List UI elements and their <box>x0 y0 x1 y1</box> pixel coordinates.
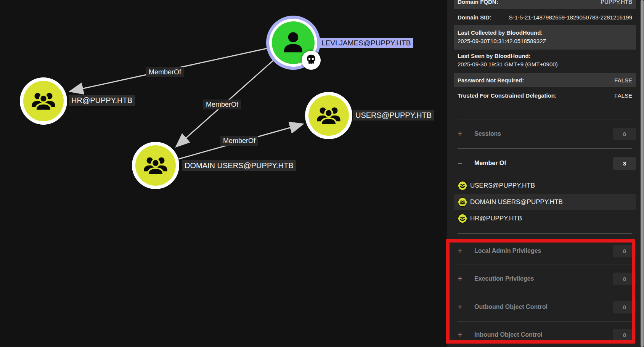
attr-value: 2025-09-30 19:31 GMT+9 (GMT+0900) <box>458 60 632 69</box>
attr-value: S-1-5-21-1487982659-1829050783-228121619… <box>509 14 632 21</box>
section-count-badge: 0 <box>613 329 636 341</box>
section-label: Sessions <box>474 130 501 137</box>
attr-label: Domain FQDN: <box>458 0 498 5</box>
attr-row-domain-sid: Domain SID: S-1-5-21-1487982659-18290507… <box>454 9 636 25</box>
divider <box>458 233 632 234</box>
entity-info-panel: Domain FQDN: PUPPY.HTB Domain SID: S-1-5… <box>447 0 644 347</box>
section-count-badge: 0 <box>613 301 636 313</box>
member-item-label: HR@PUPPY.HTB <box>470 215 522 222</box>
section-label: Inbound Object Control <box>474 331 543 338</box>
divider <box>458 293 632 293</box>
section-count-badge: 0 <box>613 273 636 285</box>
divider <box>458 265 632 265</box>
group-icon <box>316 102 342 129</box>
node-group-hr[interactable] <box>20 77 67 125</box>
divider <box>458 148 632 149</box>
plus-icon[interactable]: + <box>458 129 465 139</box>
section-inbound-object-control[interactable]: + Inbound Object Control 0 <box>454 327 636 343</box>
attr-label: Domain SID: <box>458 14 491 21</box>
group-icon <box>458 214 467 223</box>
section-sessions[interactable]: + Sessions 0 <box>454 126 636 142</box>
member-of-item-users[interactable]: USERS@PUPPY.HTB <box>454 177 636 194</box>
section-label: Local Admin Privileges <box>474 247 541 254</box>
graph-canvas[interactable]: MemberOf MemberOf MemberOf <box>0 0 447 347</box>
group-icon <box>458 198 467 206</box>
edge-label-memberof-2[interactable]: MemberOf <box>203 100 241 109</box>
section-label: Member Of <box>474 160 506 167</box>
section-count-badge: 3 <box>613 157 636 170</box>
section-local-admin-privileges[interactable]: + Local Admin Privileges 0 <box>454 243 636 259</box>
member-item-label: DOMAIN USERS@PUPPY.HTB <box>470 198 563 206</box>
attr-value: FALSE <box>614 77 632 84</box>
graph-edges <box>0 0 447 347</box>
minus-icon[interactable]: − <box>458 158 465 168</box>
edge-label-memberof-3[interactable]: MemberOf <box>220 136 258 146</box>
attr-row-trusted-delegation: Trusted For Constrained Delegation: FALS… <box>454 88 636 102</box>
node-label-users[interactable]: USERS@PUPPY.HTB <box>353 110 434 120</box>
section-count-badge: 0 <box>613 245 636 257</box>
divider <box>458 119 632 119</box>
group-icon <box>458 182 467 190</box>
attr-row-domain-fqdn: Domain FQDN: PUPPY.HTB <box>454 0 636 9</box>
plus-icon[interactable]: + <box>458 246 465 256</box>
skull-icon <box>305 53 317 67</box>
attr-label: Last Collected by BloodHound: <box>458 29 632 37</box>
bloodhound-app: MemberOf MemberOf MemberOf <box>0 0 644 347</box>
attr-label: Trusted For Constrained Delegation: <box>458 92 557 99</box>
member-item-label: USERS@PUPPY.HTB <box>470 182 535 190</box>
group-icon <box>143 152 169 179</box>
node-group-domain-users[interactable] <box>132 142 179 189</box>
node-label-levi-james[interactable]: LEVI.JAMES@PUPPY.HTB <box>319 38 413 48</box>
attr-label: Password Not Required: <box>458 77 524 84</box>
member-of-item-hr[interactable]: HR@PUPPY.HTB <box>454 210 636 227</box>
user-icon <box>279 28 307 58</box>
node-label-hr[interactable]: HR@PUPPY.HTB <box>69 95 135 106</box>
attr-value: PUPPY.HTB <box>601 0 632 5</box>
section-label: Outbound Object Control <box>474 304 548 310</box>
attr-row-last-collected: Last Collected by BloodHound: 2025-09-30… <box>454 25 636 50</box>
section-member-of[interactable]: − Member Of 3 <box>454 155 636 171</box>
attr-row-last-seen: Last Seen by BloodHound: 2025-09-30 19:3… <box>454 50 636 72</box>
divider <box>458 321 632 321</box>
attr-value: FALSE <box>614 92 632 99</box>
plus-icon[interactable]: + <box>458 330 465 340</box>
plus-icon[interactable]: + <box>458 274 465 284</box>
section-execution-privileges[interactable]: + Execution Privileges 0 <box>454 271 636 287</box>
node-group-users[interactable] <box>305 92 352 139</box>
attr-label: Last Seen by BloodHound: <box>458 52 632 60</box>
owned-skull-badge <box>302 51 321 70</box>
group-icon <box>31 87 56 115</box>
panel-scrollbar[interactable] <box>641 0 644 347</box>
node-label-domain-users[interactable]: DOMAIN USERS@PUPPY.HTB <box>182 160 296 171</box>
section-count-badge: 0 <box>613 128 636 140</box>
section-outbound-object-control[interactable]: + Outbound Object Control 0 <box>454 299 636 315</box>
member-of-item-domain-users[interactable]: DOMAIN USERS@PUPPY.HTB <box>454 194 636 210</box>
section-label: Execution Privileges <box>474 275 534 282</box>
attr-row-password-not-required: Password Not Required: FALSE <box>454 73 636 87</box>
plus-icon[interactable]: + <box>458 302 465 312</box>
attr-value: 2025-09-30T10:31:42.051858932Z <box>458 37 632 45</box>
edge-label-memberof-1[interactable]: MemberOf <box>146 67 184 77</box>
